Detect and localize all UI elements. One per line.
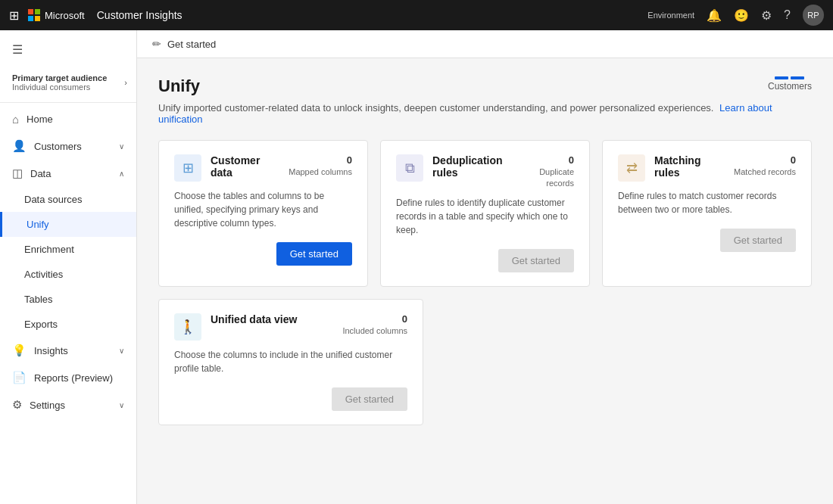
matching-rules-card-header: ⇄ Matching rules 0 Matched records	[618, 154, 796, 182]
sidebar-item-tables[interactable]: Tables	[0, 287, 136, 312]
sidebar-item-insights[interactable]: 💡 Insights ∨	[0, 337, 136, 364]
microsoft-label: Microsoft	[45, 10, 85, 21]
topbar-right: Environment 🔔 🙂 ⚙ ? RP	[647, 5, 824, 26]
customer-data-card-header: ⊞ Customer data 0 Mapped columns	[174, 154, 352, 182]
sidebar-item-exports-label: Exports	[24, 319, 58, 330]
sidebar-item-exports[interactable]: Exports	[0, 312, 136, 337]
microsoft-squares	[28, 9, 40, 21]
sidebar: ☰ Primary target audience Individual con…	[0, 30, 137, 504]
sidebar-item-unify[interactable]: Unify	[0, 212, 136, 237]
matching-rules-description: Define rules to match customer records b…	[618, 189, 796, 216]
unified-data-view-title: Unified data view	[211, 313, 333, 325]
customer-data-count-label: Mapped columns	[289, 167, 352, 176]
deduplication-rules-title: Deduplication rules	[432, 154, 503, 179]
layout: ☰ Primary target audience Individual con…	[0, 30, 833, 504]
sidebar-item-settings-label: Settings	[30, 400, 65, 411]
sidebar-item-home-label: Home	[27, 114, 53, 125]
sidebar-item-customers-label: Customers	[34, 141, 82, 152]
menu-toggle[interactable]: ☰	[0, 36, 136, 66]
page-content: Unify Customers Unify imported customer-…	[137, 58, 833, 504]
app-name: Customer Insights	[97, 9, 183, 21]
unified-data-view-get-started-button: Get started	[332, 387, 407, 411]
breadcrumb-text: Get started	[167, 39, 216, 50]
page-title: Unify	[158, 76, 200, 96]
settings-icon[interactable]: ⚙	[761, 8, 772, 23]
breadcrumb-bar: ✏ Get started	[137, 30, 833, 58]
customers-badge: Customers	[768, 76, 812, 92]
sidebar-item-reports[interactable]: 📄 Reports (Preview)	[0, 364, 136, 391]
data-expand-icon: ∧	[119, 170, 124, 178]
sidebar-item-enrichment-label: Enrichment	[24, 244, 74, 255]
sidebar-item-tables-label: Tables	[24, 294, 53, 305]
customers-badge-label: Customers	[768, 81, 812, 92]
pencil-icon: ✏	[152, 38, 161, 50]
sidebar-item-settings[interactable]: ⚙ Settings ∨	[0, 391, 136, 418]
individual-consumers-label: Individual consumers	[12, 82, 118, 92]
customers-expand-icon: ∨	[119, 142, 124, 151]
subtitle-text: Unify imported customer-related data to …	[158, 102, 713, 114]
matching-rules-card: ⇄ Matching rules 0 Matched records Defin…	[602, 140, 812, 287]
deduplication-rules-title-area: Deduplication rules	[432, 154, 503, 179]
matching-rules-count-label: Matched records	[734, 167, 796, 176]
customer-data-footer: Get started	[174, 242, 352, 266]
sidebar-item-activities[interactable]: Activities	[0, 262, 136, 287]
deduplication-rules-card: ⧉ Deduplication rules 0 Duplicate record…	[380, 140, 590, 287]
unified-data-view-count: 0	[342, 313, 407, 325]
customer-data-count: 0	[289, 154, 352, 166]
unified-data-view-card: 🚶 Unified data view 0 Included columns C…	[158, 299, 423, 425]
sidebar-item-insights-label: Insights	[34, 345, 68, 356]
smiley-icon[interactable]: 🙂	[734, 8, 749, 23]
unified-data-view-icon: 🚶	[174, 313, 201, 341]
section-expand-icon: ›	[124, 78, 127, 87]
insights-icon: 💡	[12, 344, 27, 357]
reports-icon: 📄	[12, 371, 27, 384]
primary-target-label: Primary target audience	[12, 73, 118, 82]
cards-row-2: 🚶 Unified data view 0 Included columns C…	[158, 299, 812, 425]
unified-data-view-title-area: Unified data view	[211, 313, 333, 325]
matching-rules-icon: ⇄	[618, 154, 645, 182]
unified-data-view-count-area: 0 Included columns	[342, 313, 407, 336]
cards-row-1: ⊞ Customer data 0 Mapped columns Choose …	[158, 140, 812, 287]
primary-target-section[interactable]: Primary target audience Individual consu…	[0, 66, 136, 99]
matching-rules-title-area: Matching rules	[654, 154, 725, 179]
badge-bar-1	[775, 76, 788, 79]
home-icon: ⌂	[12, 113, 19, 126]
sidebar-item-home[interactable]: ⌂ Home	[0, 106, 136, 132]
matching-rules-get-started-button: Get started	[720, 229, 796, 252]
notification-icon[interactable]: 🔔	[707, 8, 722, 23]
sidebar-item-data-sources-label: Data sources	[24, 194, 83, 205]
environment-label: Environment	[647, 10, 694, 20]
deduplication-rules-card-header: ⧉ Deduplication rules 0 Duplicate record…	[396, 154, 574, 188]
deduplication-rules-get-started-button: Get started	[498, 249, 574, 272]
unified-data-view-description: Choose the columns to include in the uni…	[174, 348, 407, 375]
sidebar-item-data[interactable]: ◫ Data ∧	[0, 160, 136, 187]
customer-data-title-area: Customer data	[211, 154, 279, 179]
sidebar-item-data-label: Data	[30, 168, 51, 179]
sidebar-divider-1	[0, 102, 136, 103]
sidebar-item-customers[interactable]: 👤 Customers ∨	[0, 132, 136, 160]
customers-badge-bar	[775, 76, 804, 79]
badge-bar-2	[791, 76, 804, 79]
deduplication-rules-footer: Get started	[396, 249, 574, 272]
customers-icon: 👤	[12, 139, 27, 153]
customer-data-get-started-button[interactable]: Get started	[276, 242, 352, 266]
sidebar-item-enrichment[interactable]: Enrichment	[0, 237, 136, 262]
topbar: ⊞ Microsoft Customer Insights Environmen…	[0, 0, 833, 30]
customer-data-count-area: 0 Mapped columns	[289, 154, 352, 177]
customer-data-description: Choose the tables and columns to be unif…	[174, 189, 352, 230]
sidebar-item-data-sources[interactable]: Data sources	[0, 187, 136, 212]
settings-nav-icon: ⚙	[12, 398, 22, 412]
page-header: Unify Customers	[158, 76, 812, 96]
microsoft-logo: Microsoft	[28, 9, 85, 21]
avatar[interactable]: RP	[803, 5, 824, 26]
help-icon[interactable]: ?	[784, 8, 791, 22]
matching-rules-title: Matching rules	[654, 154, 725, 179]
unified-data-view-card-header: 🚶 Unified data view 0 Included columns	[174, 313, 407, 341]
page-subtitle: Unify imported customer-related data to …	[158, 102, 812, 125]
deduplication-rules-count-area: 0 Duplicate records	[512, 154, 574, 188]
hamburger-icon: ☰	[12, 42, 23, 57]
customer-data-title: Customer data	[211, 154, 279, 179]
waffle-icon[interactable]: ⊞	[9, 8, 19, 23]
deduplication-rules-icon: ⧉	[396, 154, 423, 182]
sidebar-item-reports-label: Reports (Preview)	[34, 372, 113, 384]
